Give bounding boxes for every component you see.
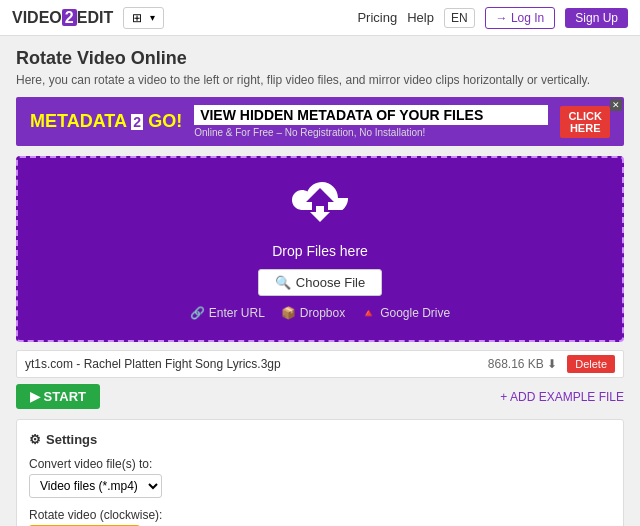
drop-text: Drop Files here [38,243,602,259]
ad-center: VIEW HIDDEN METADATA OF YOUR FILES Onlin… [194,105,548,138]
dropbox-link[interactable]: 📦 Dropbox [281,306,345,320]
page-title: Rotate Video Online [16,48,624,69]
chevron-down-icon: ▾ [150,12,155,23]
settings-panel: ⚙ Settings Convert video file(s) to: Vid… [16,419,624,526]
ad-logo-2: 2 [131,114,143,130]
login-icon: → [496,11,508,25]
signup-button[interactable]: Sign Up [565,8,628,28]
file-name: yt1s.com - Rachel Platten Fight Song Lyr… [25,357,488,371]
convert-group: Convert video file(s) to: Video files (*… [29,457,611,498]
logo: VIDEO2EDIT [12,9,113,27]
add-example-link[interactable]: + ADD EXAMPLE FILE [500,390,624,404]
ad-close-button[interactable]: ✕ [610,99,622,111]
action-row: ▶ START + ADD EXAMPLE FILE [16,384,624,409]
page-subtitle: Here, you can rotate a video to the left… [16,73,624,87]
delete-button[interactable]: Delete [567,355,615,373]
upload-icon [38,178,602,237]
drop-zone[interactable]: Drop Files here 🔍 Choose File 🔗 Enter UR… [16,156,624,342]
login-button[interactable]: → Log In [485,7,556,29]
enter-url-link[interactable]: 🔗 Enter URL [190,306,265,320]
drop-links: 🔗 Enter URL 📦 Dropbox 🔺 Google Drive [38,306,602,320]
header-right: Pricing Help EN → Log In Sign Up [357,7,628,29]
choose-file-button[interactable]: 🔍 Choose File [258,269,382,296]
all-tools-button[interactable]: ⊞ ▾ [123,7,164,29]
settings-label: Settings [46,432,97,447]
settings-title: ⚙ Settings [29,432,611,447]
logo-2: 2 [62,9,77,26]
header: VIDEO2EDIT ⊞ ▾ Pricing Help EN → Log In … [0,0,640,36]
page-content: Rotate Video Online Here, you can rotate… [0,36,640,526]
rotate-group: Rotate video (clockwise): no change 90° … [29,508,611,526]
grid-icon: ⊞ [132,11,142,25]
ad-logo: METADATA 2 GO! [30,111,182,132]
svg-marker-1 [310,212,330,222]
download-icon: ⬇ [547,357,557,371]
pricing-link[interactable]: Pricing [357,10,397,25]
start-button-top[interactable]: ▶ START [16,384,100,409]
google-drive-link[interactable]: 🔺 Google Drive [361,306,450,320]
ad-banner: ✕ METADATA 2 GO! VIEW HIDDEN METADATA OF… [16,97,624,146]
help-link[interactable]: Help [407,10,434,25]
cloud-upload-svg [290,178,350,228]
ad-cta[interactable]: CLICK HERE [560,106,610,138]
language-selector[interactable]: EN [444,8,475,28]
gear-icon: ⚙ [29,432,41,447]
dropbox-icon: 📦 [281,306,296,320]
convert-label: Convert video file(s) to: [29,457,611,471]
file-size: 868.16 KB ⬇ [488,357,557,371]
ad-cta-line1: CLICK [568,110,602,122]
ad-cta-line2: HERE [568,122,602,134]
file-row: yt1s.com - Rachel Platten Fight Song Lyr… [16,350,624,378]
rotate-label: Rotate video (clockwise): [29,508,611,522]
link-icon: 🔗 [190,306,205,320]
file-size-value: 868.16 KB [488,357,544,371]
ad-title: VIEW HIDDEN METADATA OF YOUR FILES [194,105,548,125]
drive-icon: 🔺 [361,306,376,320]
ad-logo-text: METADATA [30,111,131,131]
header-left: VIDEO2EDIT ⊞ ▾ [12,7,164,29]
convert-select[interactable]: Video files (*.mp4) Video files (*.avi) … [29,474,162,498]
ad-sub: Online & For Free – No Registration, No … [194,127,548,138]
choose-file-label: Choose File [296,275,365,290]
ad-logo-go: GO! [148,111,182,131]
search-icon: 🔍 [275,275,291,290]
login-label: Log In [511,11,544,25]
